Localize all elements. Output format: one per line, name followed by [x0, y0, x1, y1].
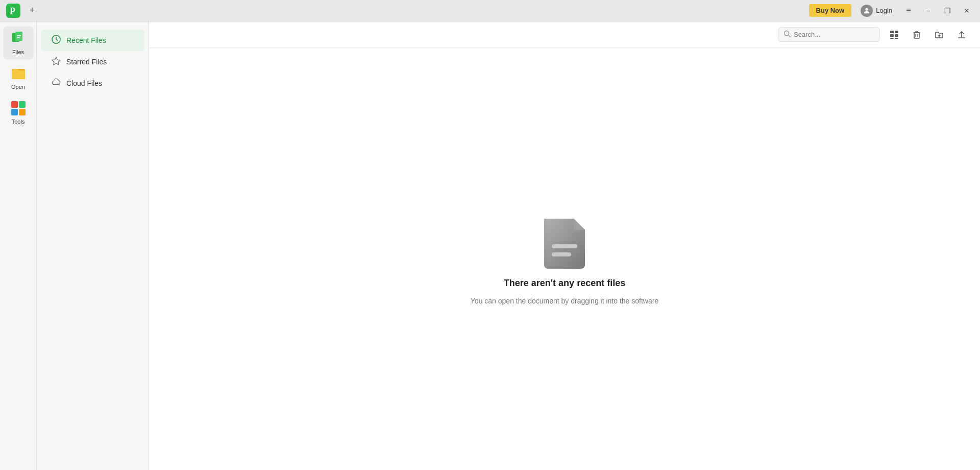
svg-rect-20 [895, 38, 898, 39]
content-toolbar [149, 21, 980, 48]
svg-rect-21 [914, 33, 919, 38]
buy-now-button[interactable]: Buy Now [809, 4, 852, 17]
restore-button[interactable]: ❐ [940, 4, 954, 18]
sidebar-item-tools[interactable]: Tools [3, 96, 34, 129]
star-icon [51, 56, 61, 67]
files-icon [10, 31, 27, 47]
nav-cloud-label: Cloud Files [66, 79, 102, 87]
app-logo: P [6, 4, 20, 18]
empty-document-icon [539, 214, 590, 270]
search-box[interactable] [778, 27, 880, 42]
login-button[interactable]: Login [856, 3, 896, 19]
svg-rect-19 [890, 38, 894, 39]
login-avatar [861, 5, 873, 17]
cloud-icon [51, 78, 61, 89]
sidebar-item-files[interactable]: Files [3, 27, 34, 59]
main-layout: Files Open Tools [0, 21, 980, 470]
sidebar-tools-label: Tools [12, 119, 25, 125]
title-bar-right: Buy Now Login ≡ ─ ❐ ✕ [809, 3, 974, 19]
svg-rect-17 [890, 34, 894, 37]
svg-point-14 [785, 31, 789, 36]
tools-icon [10, 100, 27, 116]
svg-rect-15 [890, 31, 894, 33]
sidebar-item-open[interactable]: Open [3, 61, 34, 94]
svg-rect-9 [19, 101, 26, 108]
svg-rect-5 [17, 35, 21, 36]
empty-title: There aren't any recent files [504, 278, 625, 289]
login-label: Login [876, 7, 892, 14]
sidebar-files-label: Files [12, 49, 24, 55]
minimize-button[interactable]: ─ [921, 4, 935, 18]
search-icon [783, 30, 791, 39]
empty-state: There aren't any recent files You can op… [149, 48, 980, 470]
nav-recent-label: Recent Files [66, 36, 106, 44]
sidebar-open-label: Open [11, 84, 25, 90]
new-folder-button[interactable] [931, 27, 947, 43]
clock-icon [51, 35, 61, 46]
svg-rect-23 [552, 252, 571, 256]
close-button[interactable]: ✕ [960, 4, 974, 18]
new-tab-button[interactable]: + [26, 4, 39, 17]
nav-starred-label: Starred Files [66, 58, 107, 66]
search-input[interactable] [794, 31, 870, 38]
menu-button[interactable]: ≡ [901, 4, 916, 18]
title-bar: P + Buy Now Login ≡ ─ ❐ ✕ [0, 0, 980, 21]
open-icon [10, 65, 27, 82]
svg-rect-16 [895, 31, 898, 33]
svg-rect-18 [895, 34, 898, 37]
nav-item-recent[interactable]: Recent Files [41, 30, 144, 51]
nav-item-cloud[interactable]: Cloud Files [41, 73, 144, 94]
trash-button[interactable] [909, 27, 925, 43]
svg-rect-8 [11, 101, 18, 108]
svg-rect-6 [17, 37, 20, 38]
grid-view-button[interactable] [886, 27, 902, 43]
svg-marker-13 [52, 57, 60, 65]
empty-subtitle: You can open the document by dragging it… [471, 297, 658, 305]
svg-text:P: P [10, 6, 15, 16]
nav-item-starred[interactable]: Starred Files [41, 51, 144, 73]
svg-rect-11 [19, 109, 26, 115]
title-bar-left: P + [6, 4, 39, 18]
icon-sidebar: Files Open Tools [0, 21, 37, 470]
upload-button[interactable] [953, 27, 970, 43]
svg-point-2 [866, 8, 868, 10]
content-area: There aren't any recent files You can op… [149, 21, 980, 470]
nav-panel: Recent Files Starred Files Cloud Files [37, 21, 149, 470]
svg-rect-10 [11, 109, 18, 115]
svg-rect-22 [552, 244, 577, 248]
